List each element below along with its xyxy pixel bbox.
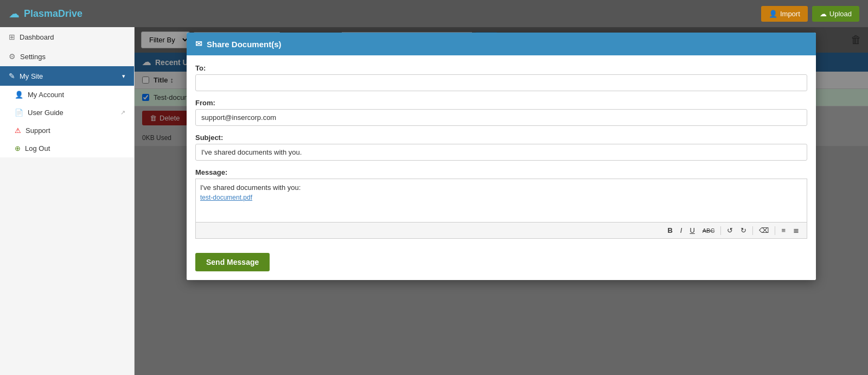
strikethrough-button[interactable]: ABC [699, 226, 718, 236]
modal-header: ✉ Share Document(s) [187, 33, 816, 55]
user-guide-icon: 📄 [15, 109, 23, 117]
toolbar-divider-3 [775, 226, 775, 235]
sidebar-item-support[interactable]: ⚠ Support [0, 122, 134, 139]
app-logo: ☁ PlasmaDrive [9, 7, 82, 20]
underline-button[interactable]: U [686, 225, 698, 236]
subject-field-group: Subject: [195, 134, 807, 161]
subject-label: Subject: [195, 134, 807, 142]
message-link[interactable]: test-document.pdf [200, 194, 802, 201]
sidebar-item-user-guide[interactable]: 📄 User Guide ↗ [0, 104, 134, 122]
content-area: Filter By Search by Name ▾ 🔍 🗑 ☁ Recent … [135, 27, 868, 375]
upload-icon: ☁ [820, 10, 827, 18]
subject-input[interactable] [195, 144, 807, 161]
dashboard-icon: ⊞ [9, 33, 15, 41]
undo-button[interactable]: ↺ [724, 225, 736, 236]
unordered-list-button[interactable]: ≡ [778, 225, 789, 236]
sidebar-item-settings[interactable]: ⚙ Settings [0, 47, 134, 66]
upload-button[interactable]: ☁ Upload [812, 6, 859, 22]
account-icon: 👤 [15, 91, 23, 99]
settings-icon: ⚙ [9, 52, 16, 61]
external-link-icon: ↗ [120, 109, 125, 116]
my-site-icon: ✎ [9, 72, 15, 80]
from-label: From: [195, 99, 807, 107]
modal-envelope-icon: ✉ [195, 39, 202, 49]
chevron-down-icon: ▾ [122, 73, 125, 80]
eraser-button[interactable]: ⌫ [756, 225, 772, 236]
redo-button[interactable]: ↻ [737, 225, 750, 236]
share-modal: ✉ Share Document(s) To: From: [187, 33, 816, 280]
message-field-group: Message: I've shared documents with you:… [195, 168, 807, 239]
sidebar-item-dashboard[interactable]: ⊞ Dashboard [0, 27, 134, 47]
to-field-group: To: [195, 64, 807, 91]
brand-name: PlasmaDrive [24, 8, 82, 20]
toolbar-divider-2 [752, 226, 753, 235]
logout-icon: ⊕ [15, 144, 21, 152]
ordered-list-button[interactable]: ≣ [790, 225, 802, 236]
to-input[interactable] [195, 74, 807, 91]
support-icon: ⚠ [15, 126, 21, 135]
import-button[interactable]: 👤 Import [761, 6, 808, 22]
editor-toolbar: B I U ABC ↺ ↻ ⌫ ≡ ≣ [195, 222, 807, 239]
sidebar-item-logout[interactable]: ⊕ Log Out [0, 139, 134, 157]
from-input[interactable] [195, 109, 807, 126]
message-editor[interactable]: I've shared documents with you: test-doc… [195, 179, 807, 222]
toolbar-divider-1 [720, 226, 721, 235]
from-field-group: From: [195, 99, 807, 126]
cloud-icon: ☁ [9, 7, 20, 20]
message-body-text: I've shared documents with you: [200, 183, 301, 192]
import-icon: 👤 [769, 10, 777, 18]
sidebar: ⊞ Dashboard ⚙ Settings ✎ My Site ▾ 👤 My … [0, 27, 135, 375]
message-label: Message: [195, 168, 807, 176]
top-actions: 👤 Import ☁ Upload [761, 6, 859, 22]
sidebar-item-my-site[interactable]: ✎ My Site ▾ [0, 66, 134, 86]
modal-body: To: From: Subject: [187, 55, 816, 280]
modal-overlay: ✉ Share Document(s) To: From: [135, 27, 868, 375]
send-message-button[interactable]: Send Message [195, 253, 270, 271]
sidebar-item-my-account[interactable]: 👤 My Account [0, 86, 134, 104]
to-label: To: [195, 64, 807, 72]
italic-button[interactable]: I [677, 225, 686, 236]
bold-button[interactable]: B [664, 225, 675, 236]
